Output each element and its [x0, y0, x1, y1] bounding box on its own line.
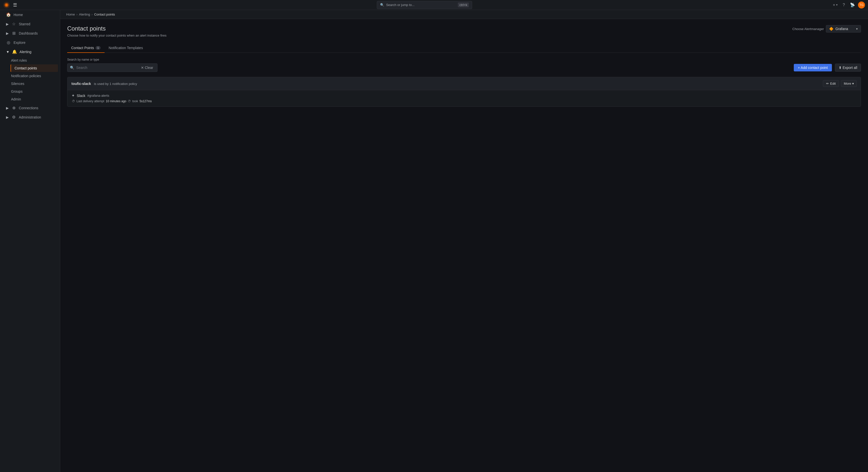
edit-contact-point-button[interactable]: ✏ Edit: [823, 80, 839, 87]
sidebar-item-groups[interactable]: Groups: [11, 88, 58, 95]
search-icon: 🔍: [380, 3, 384, 7]
add-contact-point-button[interactable]: + Add contact point: [794, 64, 832, 71]
clear-label: Clear: [145, 66, 153, 70]
topnav-right: + ▾ ? 📡 TG: [831, 1, 865, 9]
breadcrumb-sep-1: ›: [76, 12, 78, 16]
admin-label: Admin: [11, 97, 21, 101]
close-icon: ✕: [141, 66, 144, 70]
breadcrumb-current: Contact points: [94, 12, 115, 16]
groups-label: Groups: [11, 90, 23, 94]
search-placeholder-text: Search or jump to...: [386, 3, 414, 7]
topnav: ☰ 🔍 Search or jump to... ctrl+k + ▾ ? 📡 …: [0, 0, 868, 10]
sidebar-item-connections[interactable]: ▶ ⊕ Connections: [2, 103, 58, 112]
sidebar-item-explore[interactable]: ◎ Explore: [2, 38, 58, 47]
help-button[interactable]: ?: [841, 1, 847, 9]
tab-notification-templates[interactable]: Notification Templates: [104, 43, 147, 53]
sidebar-item-notification-policies[interactable]: Notification policies: [11, 72, 58, 80]
alerting-submenu: Alert rules Contact points Notification …: [0, 56, 60, 103]
chevron-down-icon: ▼: [6, 50, 9, 54]
breadcrumb-alerting[interactable]: Alerting: [79, 12, 90, 16]
add-button[interactable]: + ▾: [831, 1, 840, 9]
sidebar-item-admin[interactable]: Admin: [11, 96, 58, 103]
page-title: Contact points: [67, 25, 166, 32]
breadcrumb-home[interactable]: Home: [66, 12, 75, 16]
integration-name: Slack: [77, 94, 85, 98]
integration-row: ✦ Slack #grafana-alerts: [71, 93, 857, 98]
tab-notification-templates-label: Notification Templates: [108, 46, 143, 50]
grafana-alertmanager-icon: 🔶: [829, 27, 833, 31]
contact-row-header: toufic-slack is used by 1 notification p…: [67, 77, 861, 90]
news-button[interactable]: 📡: [848, 1, 857, 9]
explore-icon: ◎: [6, 40, 11, 45]
alertmanager-label: Choose Alertmanager: [792, 27, 824, 31]
sidebar-item-home[interactable]: 🏠 Home: [2, 10, 58, 19]
sidebar-item-label: Administration: [19, 115, 41, 119]
help-icon: ?: [843, 3, 845, 7]
search-and-actions: 🔍 ✕ Clear + Add contact point ⬆ Export a…: [67, 63, 861, 72]
breadcrumb: Home › Alerting › Contact points: [60, 10, 868, 19]
edit-label: Edit: [830, 82, 836, 86]
avatar[interactable]: TG: [858, 1, 865, 8]
sidebar-item-dashboards[interactable]: ▶ ⊞ Dashboards: [2, 29, 58, 38]
chevron-right-icon: ▶: [6, 31, 9, 35]
sidebar-item-label: Dashboards: [19, 31, 38, 35]
delivery-info: ⏱ Last delivery attempt 10 minutes ago ⏱…: [71, 99, 857, 103]
home-icon: 🏠: [6, 12, 11, 17]
clear-button[interactable]: ✕ Clear: [140, 65, 155, 70]
dashboards-icon: ⊞: [11, 31, 16, 36]
timer-icon: ⏱: [128, 99, 131, 103]
breadcrumb-sep-2: ›: [92, 12, 93, 16]
more-button[interactable]: More ▾: [841, 80, 857, 87]
slack-icon: ✦: [71, 93, 75, 98]
page-header: Contact points Choose how to notify your…: [67, 25, 861, 37]
sidebar-item-alerting[interactable]: ▼ 🔔 Alerting: [2, 47, 58, 56]
integration-channel: #grafana-alerts: [87, 94, 109, 97]
grafana-logo: [3, 1, 10, 8]
global-search-bar[interactable]: 🔍 Search or jump to... ctrl+k: [377, 1, 472, 9]
export-label: ⬆ Export all: [839, 66, 857, 70]
sidebar-item-label: Home: [13, 13, 23, 17]
sidebar-item-silences[interactable]: Silences: [11, 80, 58, 88]
administration-icon: ⚙: [11, 115, 16, 120]
sidebar-item-label: Starred: [19, 22, 30, 26]
chevron-down-icon: ▾: [852, 82, 854, 86]
export-all-button[interactable]: ⬆ Export all: [835, 64, 861, 72]
tabs-container: Contact Points 1 Notification Templates: [67, 43, 861, 53]
last-delivery-label: Last delivery attempt: [76, 99, 104, 103]
alertmanager-dropdown[interactable]: 🔶 Grafana ▾: [826, 25, 861, 33]
chevron-right-icon: ▶: [6, 115, 9, 119]
content-area: Contact points Choose how to notify your…: [60, 19, 868, 472]
sidebar-item-alert-rules[interactable]: Alert rules: [11, 57, 58, 64]
contact-actions: ✏ Edit More ▾: [823, 80, 857, 87]
contact-name: toufic-slack: [71, 82, 91, 86]
search-input-wrap: 🔍 ✕ Clear: [67, 63, 157, 72]
chevron-right-icon: ▶: [6, 22, 9, 26]
star-icon: ☆: [11, 22, 16, 26]
topnav-left: ☰: [3, 1, 18, 9]
contact-points-list: toufic-slack is used by 1 notification p…: [67, 77, 861, 107]
alerting-icon: 🔔: [12, 49, 17, 54]
contact-policy-info: is used by 1 notification policy: [94, 82, 137, 86]
main-layout: 🏠 Home ▶ ☆ Starred ▶ ⊞ Dashboards ◎ Expl…: [0, 10, 868, 472]
contact-name-info: toufic-slack is used by 1 notification p…: [71, 82, 137, 86]
main-content: Home › Alerting › Contact points Contact…: [60, 10, 868, 472]
topnav-center: 🔍 Search or jump to... ctrl+k: [18, 1, 831, 9]
hamburger-button[interactable]: ☰: [12, 1, 18, 9]
sidebar-item-starred[interactable]: ▶ ☆ Starred: [2, 20, 58, 28]
alertmanager-selected: Grafana: [835, 27, 848, 31]
tab-contact-points[interactable]: Contact Points 1: [67, 43, 104, 53]
contact-points-label: Contact points: [14, 66, 37, 70]
page-header-text: Contact points Choose how to notify your…: [67, 25, 166, 37]
more-label: More: [844, 82, 851, 86]
sidebar: 🏠 Home ▶ ☆ Starred ▶ ⊞ Dashboards ◎ Expl…: [0, 10, 60, 472]
search-shortcut-badge: ctrl+k: [458, 2, 469, 7]
sidebar-item-label: Alerting: [20, 50, 31, 54]
edit-icon: ✏: [826, 82, 829, 86]
avatar-initials: TG: [860, 3, 864, 7]
search-input[interactable]: [76, 66, 137, 70]
sidebar-item-administration[interactable]: ▶ ⚙ Administration: [2, 113, 58, 122]
tab-contact-points-label: Contact Points: [71, 46, 94, 50]
alertmanager-selector: Choose Alertmanager 🔶 Grafana ▾: [792, 25, 861, 33]
sidebar-item-contact-points[interactable]: Contact points: [10, 64, 58, 72]
notification-policies-label: Notification policies: [11, 74, 41, 78]
